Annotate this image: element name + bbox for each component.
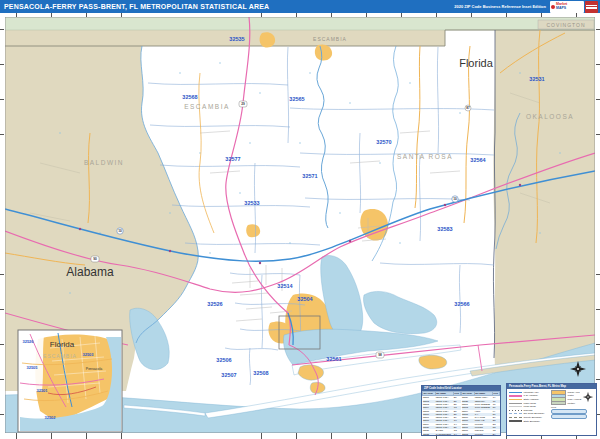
inset-state-label: Florida <box>50 340 75 349</box>
publisher-logo: Market MAPS <box>550 1 598 13</box>
zip-label: 32564 <box>470 157 486 163</box>
inset-city-label: Pensacola <box>86 367 102 371</box>
i10-shield-icon: 10 <box>117 228 123 234</box>
state-label: Florida <box>459 57 494 69</box>
zip-label: 32514 <box>277 283 293 289</box>
inset-zip-label: 32503 <box>82 352 94 357</box>
inset-zip-label: 32502 <box>44 415 56 420</box>
zip-index-panel: ZIP Code Index/Grid Locator ZIP Code ZIP… <box>421 385 501 436</box>
zip-label: 32571 <box>302 173 317 179</box>
county-label: ESCAMBIA <box>184 103 230 110</box>
state-label: Alabama <box>66 265 114 279</box>
logo-mark-icon <box>551 5 555 9</box>
zip-label: 32561 <box>326 356 341 362</box>
state-boundary-line-swatch <box>509 420 522 421</box>
railroad-line-swatch <box>509 410 522 411</box>
zip-label: 32526 <box>207 301 222 307</box>
logo-side-box <box>585 1 598 13</box>
scale-bar <box>551 409 587 414</box>
inset-zip-label: 32505 <box>26 365 38 370</box>
state-highway-line-swatch <box>509 399 522 400</box>
zip-label: 32583 <box>437 226 452 232</box>
zip-label: 32535 <box>229 36 244 42</box>
table-row: 32583MILTONE4 <box>462 433 500 436</box>
map-sheet: PENSACOLA-FERRY PASS-BRENT, FL METROPOLI… <box>0 0 600 439</box>
map-canvas: 10 10 29 90 98 87 ESCAMBIA COVINGTON <box>0 13 600 439</box>
zip-label: 32507 <box>221 372 236 378</box>
county-label: ESCAMBIA <box>313 36 347 42</box>
zip-label: 32506 <box>216 357 231 363</box>
legend-item: State Boundary <box>509 419 548 423</box>
svg-text:90: 90 <box>93 257 97 261</box>
svg-text:98: 98 <box>378 353 382 357</box>
sr87-shield-icon: 87 <box>465 105 471 111</box>
zip-label: 32531 <box>529 76 544 82</box>
zip-label: 32568 <box>182 94 197 100</box>
zip-boundary-line-swatch <box>509 413 522 414</box>
zip-label: 32508 <box>253 370 268 376</box>
us29-shield-icon: 29 <box>239 101 247 107</box>
county-label: COVINGTON <box>546 22 585 28</box>
inset-zip-label: 32526 <box>22 339 34 344</box>
legend-panel: Pensacola-Ferry Pass-Brent, FL Metro Map… <box>506 383 597 436</box>
header-bar: PENSACOLA-FERRY PASS-BRENT, FL METROPOLI… <box>0 0 600 13</box>
us98-shield-icon: 98 <box>376 352 384 358</box>
zip-label: 32566 <box>454 301 469 307</box>
grid-ticks-right <box>596 13 600 433</box>
scale-bar <box>551 414 587 419</box>
us-highway-line-swatch <box>509 395 522 396</box>
inset-county-label: ESCAMBIA <box>43 353 77 359</box>
logo-text-2: MAPS <box>556 7 567 11</box>
county-boundary-line-swatch <box>509 417 522 418</box>
inset-zip-label: 32501 <box>36 388 48 393</box>
county-label: SANTA ROSA <box>397 153 453 160</box>
svg-text:10: 10 <box>453 197 457 201</box>
svg-text:29: 29 <box>241 102 245 106</box>
county-label: BALDWIN <box>84 159 124 166</box>
zip-label: 32504 <box>297 296 313 302</box>
us90-shield-icon: 90 <box>91 256 99 262</box>
grid-ticks-top <box>0 13 600 17</box>
zip-label: 32570 <box>376 139 391 145</box>
local-road-line-swatch <box>509 406 522 407</box>
zip-label: 32565 <box>289 96 304 102</box>
svg-text:10: 10 <box>118 229 122 233</box>
major-road-line-swatch <box>509 403 522 404</box>
table-row: 32533CANTONMENTC4 <box>423 433 461 436</box>
page-title: PENSACOLA-FERRY PASS-BRENT, FL METROPOLI… <box>4 3 269 10</box>
military-swatch <box>551 401 566 406</box>
zip-label: 32533 <box>244 200 259 206</box>
edition-label: 2020 ZIP Code Business Reference Inset E… <box>454 4 546 9</box>
i10-shield-icon: 10 <box>452 196 458 202</box>
covington-label-box: COVINGTON <box>538 20 594 29</box>
logo-box: Market MAPS <box>550 1 584 13</box>
interstate-line-swatch <box>509 392 522 394</box>
zip-label: 32577 <box>225 156 240 162</box>
pensacola-inset: 32526 Florida ESCAMBIA 32503 Pensacola 3… <box>18 330 122 432</box>
zip-index-table-left: ZIP Code ZIP Name Grid 32501PENSACOLAB5 … <box>422 391 461 436</box>
county-label: OKALOOSA <box>526 113 574 120</box>
legend-compass-icon <box>582 391 594 403</box>
zip-index-table-right: ZIP Code ZIP Name Grid 32534PENSACOLAC4 … <box>461 391 500 436</box>
svg-text:87: 87 <box>466 106 470 110</box>
grid-ticks-left <box>0 13 4 433</box>
